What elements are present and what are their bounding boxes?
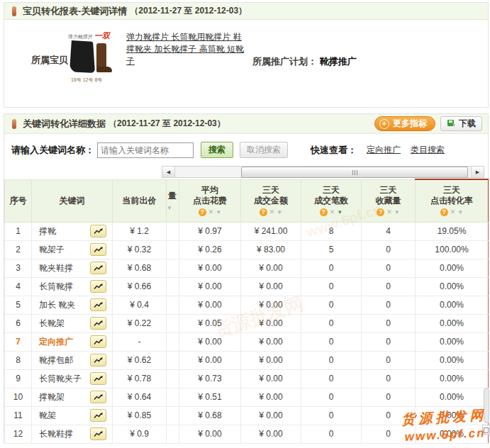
current-bid-cell: ¥ 0.32 bbox=[113, 240, 167, 259]
sort-down-icon[interactable]: ▼ bbox=[457, 208, 463, 216]
conversion-rate-cell: 0.00% bbox=[416, 259, 489, 277]
favorites-cell: 0 bbox=[362, 351, 416, 369]
scroll-left-icon[interactable]: ◀ bbox=[162, 167, 175, 177]
help-icon[interactable]: ? bbox=[440, 208, 448, 216]
trend-chart-icon[interactable] bbox=[90, 354, 106, 366]
favorites-cell: 0 bbox=[362, 332, 416, 351]
search-button[interactable]: 搜索 bbox=[201, 142, 233, 158]
remove-column-icon[interactable]: ✕ bbox=[386, 208, 392, 216]
quick-link-targeting[interactable]: 定向推广 bbox=[367, 144, 401, 156]
keyword-text[interactable]: 长筒靴夹子 bbox=[39, 373, 82, 385]
scroll-corner-box bbox=[482, 425, 490, 435]
keyword-text[interactable]: 撑靴 bbox=[39, 225, 56, 237]
row-index: 1 bbox=[5, 222, 32, 240]
quick-link-category[interactable]: 类目搜索 bbox=[411, 144, 445, 156]
row-index: 8 bbox=[5, 351, 32, 369]
keyword-text[interactable]: 长靴架 bbox=[39, 318, 65, 330]
sort-down-active-icon[interactable]: ▼ bbox=[337, 208, 343, 216]
trend-chart-icon[interactable] bbox=[90, 298, 106, 311]
help-icon[interactable]: ? bbox=[320, 208, 328, 216]
cancel-search-button[interactable]: 取消搜索 bbox=[240, 142, 288, 158]
trend-chart-icon[interactable] bbox=[90, 225, 106, 237]
clipped-cell bbox=[167, 425, 179, 443]
current-bid-cell: ¥ 0.85 bbox=[113, 406, 167, 425]
product-thumbnail[interactable]: 弹力靴撑片 一双 16号 12号 8号 bbox=[68, 30, 116, 84]
help-icon[interactable]: ? bbox=[260, 208, 267, 216]
keyword-text[interactable]: 撑靴架 bbox=[39, 391, 65, 403]
table-scroll-row: ◀ ▶ bbox=[4, 166, 488, 179]
keyword-text[interactable]: 靴架子 bbox=[39, 244, 65, 256]
col-header-bid: 当前出价 bbox=[113, 179, 167, 222]
keyword-cell: 靴架子 bbox=[32, 240, 113, 259]
keyword-table: 序号 关键词 当前出价 量 ▼ 平均点击花费 ? ✕ bbox=[4, 179, 489, 444]
trend-chart-icon[interactable] bbox=[90, 243, 106, 256]
keyword-text[interactable]: 靴架 bbox=[39, 410, 56, 422]
sort-down-icon[interactable]: ▼ bbox=[216, 208, 221, 216]
row-index: 11 bbox=[5, 406, 32, 425]
remove-column-icon[interactable]: ✕ bbox=[269, 208, 275, 216]
keyword-text[interactable]: 长筒靴撑 bbox=[39, 281, 73, 293]
avg-click-cost-cell: ¥ 0.00 bbox=[179, 296, 241, 314]
scroll-right-icon[interactable]: ▶ bbox=[471, 167, 484, 177]
trend-chart-icon[interactable] bbox=[90, 335, 106, 348]
clipped-cell bbox=[167, 277, 179, 296]
scrollbar-thumb[interactable] bbox=[241, 167, 468, 178]
deal-count-cell: 0 bbox=[301, 369, 362, 388]
table-row: 9 长筒靴夹子 ¥ 0.78 ¥ 0.73 ¥ 0.00 0 0 0.00% bbox=[5, 369, 489, 388]
trend-chart-icon[interactable] bbox=[90, 391, 106, 403]
report-page: 宝贝转化报表-关键词详情 （2012-11-27 至 2012-12-03） 所… bbox=[4, 2, 489, 444]
keyword-text[interactable]: 靴撑包邮 bbox=[39, 354, 73, 366]
clipped-cell bbox=[167, 314, 179, 332]
help-icon[interactable]: ? bbox=[199, 208, 206, 216]
sort-down-icon[interactable]: ▼ bbox=[167, 205, 172, 211]
conversion-rate-cell: 0.00% bbox=[416, 314, 489, 332]
more-metrics-button[interactable]: + 更多指标 bbox=[374, 116, 435, 131]
table-row: 3 靴夹鞋撑 ¥ 0.68 ¥ 0.00 ¥ 0.00 0 0 0.00% bbox=[5, 259, 489, 277]
trend-chart-icon[interactable] bbox=[90, 409, 106, 422]
trend-chart-icon[interactable] bbox=[90, 317, 106, 330]
avg-click-cost-cell: ¥ 0.00 bbox=[179, 259, 241, 277]
conversion-rate-cell: 0.00% bbox=[416, 277, 489, 296]
current-bid-cell: ¥ 0.22 bbox=[113, 314, 167, 332]
horizontal-scrollbar[interactable]: ◀ ▶ bbox=[162, 166, 484, 178]
keyword-search-input[interactable] bbox=[97, 142, 194, 158]
trend-chart-icon[interactable] bbox=[90, 280, 106, 293]
sort-down-icon[interactable]: ▼ bbox=[394, 208, 400, 216]
sort-down-icon[interactable]: ▼ bbox=[277, 208, 282, 216]
keyword-text[interactable]: 定向推广 bbox=[39, 336, 73, 348]
row-index: 12 bbox=[5, 425, 32, 443]
keyword-cell: 撑靴 bbox=[32, 222, 113, 240]
deal-amount-cell: ¥ 0.00 bbox=[241, 425, 301, 443]
clipped-cell bbox=[167, 296, 179, 314]
favorites-cell: 0 bbox=[362, 277, 416, 296]
trend-chart-icon[interactable] bbox=[90, 262, 106, 274]
favorites-cell: 0 bbox=[362, 388, 416, 406]
table-row: 1 撑靴 ¥ 1.2 ¥ 0.97 ¥ 241.00 8 4 19.05% bbox=[5, 222, 489, 240]
keyword-cell: 长筒靴夹子 bbox=[32, 369, 113, 388]
help-icon[interactable]: ? bbox=[377, 208, 384, 216]
avg-click-cost-cell: ¥ 0.51 bbox=[179, 388, 241, 406]
remove-column-icon[interactable]: ✕ bbox=[450, 208, 456, 216]
trend-chart-icon[interactable] bbox=[90, 427, 106, 440]
table-row: 5 加长 靴夹 ¥ 0.4 ¥ 0.00 ¥ 0.00 0 0 0.00% bbox=[5, 296, 489, 314]
scrollbar-track[interactable] bbox=[175, 167, 471, 177]
deal-count-cell: 0 bbox=[301, 259, 362, 277]
keyword-text[interactable]: 加长 靴夹 bbox=[39, 299, 75, 311]
deal-amount-cell: ¥ 0.00 bbox=[241, 369, 301, 388]
product-title-link[interactable]: 弹力靴撑片 长筒靴用靴撑片 鞋撑靴夹 加长靴撑子 高筒靴 短靴子 bbox=[126, 31, 247, 67]
current-bid-cell: ¥ 0.78 bbox=[113, 369, 167, 388]
keyword-text[interactable]: 长靴鞋撑 bbox=[39, 428, 73, 440]
vertical-scrollbar-thumb[interactable] bbox=[484, 388, 489, 423]
deal-amount-cell: ¥ 0.00 bbox=[241, 351, 301, 369]
keyword-text[interactable]: 靴夹鞋撑 bbox=[39, 262, 73, 274]
deal-count-cell: 0 bbox=[301, 332, 362, 351]
boot-stretcher-shape bbox=[69, 40, 95, 73]
clipped-cell bbox=[167, 388, 179, 406]
remove-column-icon[interactable]: ✕ bbox=[330, 208, 335, 216]
clipped-cell bbox=[167, 222, 179, 240]
trend-chart-icon[interactable] bbox=[90, 372, 106, 385]
remove-column-icon[interactable]: ✕ bbox=[208, 208, 214, 216]
clipped-cell bbox=[167, 351, 179, 369]
download-button[interactable]: 下载 bbox=[440, 116, 482, 131]
favorites-cell: 0 bbox=[362, 240, 416, 259]
